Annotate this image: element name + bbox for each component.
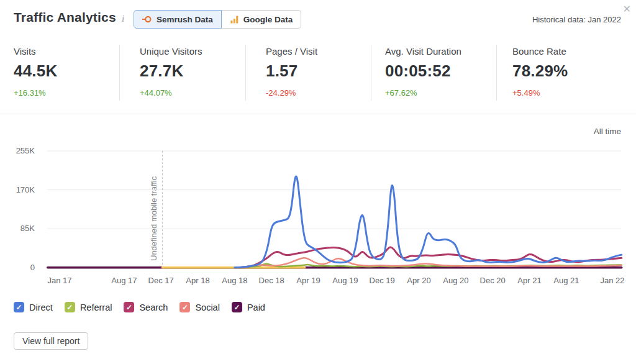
metric-change: +44.07% [140,88,245,98]
data-source-toggle: Semrush Data Google Data [134,10,301,29]
x-axis-tick-label: Apr 19 [296,276,320,285]
metric-change: +5.49% [512,88,624,98]
metric-card-visits: Visits 44.5K +16.31% [14,45,120,101]
page-title: Traffic Analytics [14,10,116,25]
metric-label: Avg. Visit Duration [385,46,496,57]
x-axis-tick-label: Aug 18 [222,276,247,285]
legend-label: Social [195,303,220,312]
traffic-trend-chart[interactable] [0,146,636,276]
metric-card-avg-visit-duration: Avg. Visit Duration 00:05:52 +67.62% [385,45,497,101]
metric-change: -24.29% [266,88,371,98]
x-axis-tick-label: Apr 20 [407,276,430,285]
metric-label: Bounce Rate [512,46,624,57]
metric-value: 1.57 [266,61,371,81]
x-axis-tick-label: Apr 21 [517,276,541,285]
metric-label: Unique Visitors [140,46,245,57]
chart-legend: ✓ Direct ✓ Referral ✓ Search ✓ Social ✓ … [14,302,265,312]
semrush-logo-icon [142,14,152,24]
x-axis-tick-label: Aug 17 [111,276,137,285]
x-axis-tick-label: Aug 20 [443,276,468,285]
metric-card-pages-per-visit: Pages / Visit 1.57 -24.29% [266,45,371,101]
legend-label: Paid [247,303,265,312]
x-axis-tick-label: Jan 17 [47,276,71,285]
metric-label: Visits [14,46,119,57]
metric-change: +67.62% [385,88,496,98]
checkbox-checked-icon[interactable]: ✓ [14,302,24,312]
checkbox-checked-icon[interactable]: ✓ [124,302,134,312]
legend-item-search[interactable]: ✓ Search [124,302,168,312]
legend-label: Direct [29,303,53,312]
metric-card-bounce-rate: Bounce Rate 78.29% +5.49% [512,45,624,101]
legend-item-social[interactable]: ✓ Social [179,302,220,312]
info-icon[interactable]: i [122,14,124,24]
x-axis-tick-label: Jan 22 [600,276,624,285]
traffic-analytics-widget: Traffic Analytics i Semrush Data Google … [0,0,636,364]
x-axis-tick-label: Dec 20 [480,276,506,285]
x-axis-tick-label: Apr 18 [186,276,209,285]
legend-item-paid[interactable]: ✓ Paid [232,302,265,312]
semrush-data-label: Semrush Data [157,15,213,24]
checkbox-checked-icon[interactable]: ✓ [232,302,242,312]
metric-value: 78.29% [512,61,624,81]
metric-label: Pages / Visit [266,46,371,57]
view-full-report-button[interactable]: View full report [14,332,88,350]
metric-card-unique-visitors: Unique Visitors 27.7K +44.07% [140,45,246,101]
x-axis-tick-label: Dec 18 [259,276,284,285]
historical-data-label: Historical data: Jan 2022 [532,15,621,24]
legend-item-direct[interactable]: ✓ Direct [14,302,53,312]
semrush-data-toggle-button[interactable]: Semrush Data [134,10,222,29]
google-data-label: Google Data [243,15,293,24]
checkbox-checked-icon[interactable]: ✓ [179,302,190,312]
x-axis-tick-label: Aug 21 [553,276,579,285]
x-axis-tick-label: Dec 19 [370,276,395,285]
google-data-toggle-button[interactable]: Google Data [222,10,302,29]
metric-change: +16.31% [14,88,119,98]
x-axis-tick-label: Aug 19 [332,276,358,285]
x-axis-tick-label: Dec 17 [148,276,174,285]
legend-label: Referral [80,303,112,312]
time-range-label[interactable]: All time [594,127,621,136]
metric-value: 44.5K [14,61,119,81]
section-divider [0,114,636,114]
metric-value: 27.7K [140,61,245,81]
metric-value: 00:05:52 [385,61,496,81]
legend-item-referral[interactable]: ✓ Referral [65,302,112,312]
close-icon[interactable]: ✕ [621,2,633,16]
google-analytics-bars-icon [230,15,239,24]
checkbox-checked-icon[interactable]: ✓ [65,302,75,312]
legend-label: Search [139,303,168,312]
